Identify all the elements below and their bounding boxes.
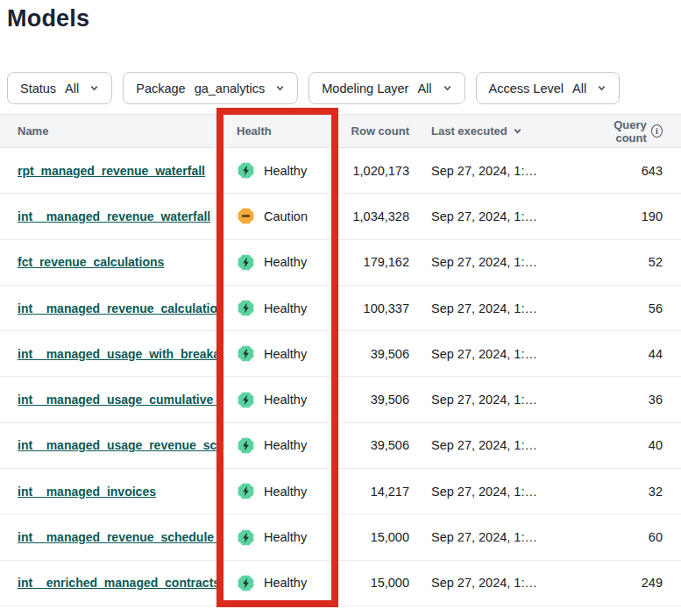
caution-minus-icon: [237, 207, 255, 225]
filter-modeling-layer[interactable]: Modeling Layer All: [309, 72, 465, 104]
query-count-label: Query count: [589, 118, 647, 145]
query-count-value: 60: [589, 530, 681, 544]
row-count-value: 15,000: [337, 530, 409, 544]
last-executed-value: Sep 27, 2024, 1:…: [409, 164, 589, 178]
healthy-bolt-icon: [237, 253, 255, 272]
column-header-name: Name: [0, 124, 219, 138]
last-executed-value: Sep 27, 2024, 1:…: [409, 576, 589, 590]
healthy-bolt-icon: [237, 299, 255, 317]
table-body: rpt_managed_revenue_waterfall Healthy 1,…: [0, 148, 681, 606]
healthy-bolt-icon: [237, 574, 255, 592]
model-name-link[interactable]: int__managed_invoices: [18, 485, 156, 499]
column-header-last-executed[interactable]: Last executed: [431, 124, 522, 138]
filter-bar: Status All Package ga_analytics Modeling…: [7, 72, 620, 104]
table-row: int__enriched_managed_contracts Healthy …: [0, 561, 681, 606]
health-cell: Healthy: [219, 344, 337, 363]
query-count-value: 36: [589, 393, 681, 407]
filter-status[interactable]: Status All: [7, 72, 112, 104]
health-status-label: Healthy: [264, 164, 307, 178]
info-icon[interactable]: i: [651, 124, 663, 138]
column-header-query-count: Query count i: [589, 118, 663, 145]
health-status-label: Healthy: [264, 255, 307, 269]
column-header-row-count: Row count: [337, 124, 409, 138]
health-cell: Healthy: [219, 299, 337, 317]
filter-label: Access Level: [489, 81, 564, 96]
health-cell: Healthy: [219, 482, 337, 500]
table-row: rpt_managed_revenue_waterfall Healthy 1,…: [0, 148, 681, 194]
last-executed-value: Sep 27, 2024, 1:…: [409, 301, 589, 315]
row-count-value: 39,506: [337, 393, 409, 407]
filter-value: All: [417, 81, 431, 96]
column-header-health: Health: [219, 124, 337, 138]
healthy-bolt-icon: [237, 391, 255, 409]
chevron-down-icon: [597, 83, 607, 93]
healthy-bolt-icon: [237, 528, 255, 547]
table-row: int__managed_usage_with_breaka… Healthy …: [0, 331, 681, 377]
health-cell: Healthy: [219, 391, 337, 409]
last-executed-value: Sep 27, 2024, 1:…: [409, 485, 589, 499]
filter-label: Package: [136, 81, 185, 96]
model-name-link[interactable]: int__managed_revenue_waterfall: [18, 209, 210, 223]
health-status-label: Healthy: [264, 438, 307, 452]
table-row: int__managed_revenue_waterfall Caution 1…: [0, 194, 681, 239]
model-name-link[interactable]: int__managed_revenue_schedule_…: [18, 530, 219, 544]
table-header-row: Name Health Row count Last executed Quer…: [0, 114, 681, 148]
row-count-value: 14,217: [337, 485, 409, 499]
health-cell: Healthy: [219, 574, 337, 592]
model-name-link[interactable]: rpt_managed_revenue_waterfall: [18, 164, 205, 178]
last-executed-value: Sep 27, 2024, 1:…: [409, 347, 589, 361]
health-status-label: Healthy: [264, 576, 307, 590]
filter-value: All: [572, 81, 586, 96]
row-count-value: 39,506: [337, 347, 409, 361]
last-executed-label: Last executed: [431, 124, 507, 138]
row-count-value: 39,506: [337, 438, 409, 452]
health-status-label: Healthy: [264, 301, 307, 315]
health-cell: Healthy: [219, 161, 337, 180]
table-row: int__managed_revenue_schedule_… Healthy …: [0, 514, 681, 560]
filter-package[interactable]: Package ga_analytics: [123, 72, 298, 104]
page-title: Models: [7, 5, 89, 32]
filter-value: ga_analytics: [195, 81, 266, 96]
query-count-value: 56: [589, 301, 681, 315]
health-status-label: Healthy: [264, 530, 307, 544]
query-count-value: 44: [589, 347, 681, 361]
chevron-down-icon: [89, 83, 99, 93]
model-name-link[interactable]: int__enriched_managed_contracts: [18, 576, 219, 590]
table-row: int__managed_usage_cumulative_… Healthy …: [0, 377, 681, 422]
health-status-label: Caution: [264, 209, 308, 223]
models-table: Name Health Row count Last executed Quer…: [0, 114, 681, 606]
health-cell: Healthy: [219, 436, 337, 455]
last-executed-value: Sep 27, 2024, 1:…: [409, 393, 589, 407]
row-count-value: 1,020,173: [337, 164, 409, 178]
table-row: int__managed_invoices Healthy 14,217 Sep…: [0, 469, 681, 514]
last-executed-value: Sep 27, 2024, 1:…: [409, 209, 589, 223]
health-status-label: Healthy: [264, 393, 307, 407]
filter-label: Modeling Layer: [322, 81, 408, 96]
last-executed-value: Sep 27, 2024, 1:…: [409, 438, 589, 452]
models-page: Models Status All Package ga_analytics M…: [0, 0, 681, 616]
model-name-link[interactable]: fct_revenue_calculations: [18, 255, 164, 269]
filter-access-level[interactable]: Access Level All: [476, 72, 621, 104]
health-cell: Healthy: [219, 253, 337, 272]
healthy-bolt-icon: [237, 344, 255, 363]
healthy-bolt-icon: [237, 482, 255, 500]
model-name-link[interactable]: int__managed_usage_revenue_sc…: [18, 438, 219, 452]
table-row: int__managed_revenue_calculations Health…: [0, 286, 681, 331]
health-cell: Healthy: [219, 528, 337, 547]
row-count-value: 100,337: [337, 301, 409, 315]
query-count-value: 52: [589, 255, 681, 269]
last-executed-value: Sep 27, 2024, 1:…: [409, 530, 589, 544]
filter-value: All: [65, 81, 79, 96]
query-count-value: 32: [589, 485, 681, 499]
row-count-value: 179,162: [337, 255, 409, 269]
query-count-value: 643: [589, 164, 681, 178]
model-name-link[interactable]: int__managed_usage_cumulative_…: [18, 393, 219, 407]
query-count-value: 190: [589, 209, 681, 223]
row-count-value: 1,034,328: [337, 209, 409, 223]
row-count-value: 15,000: [337, 576, 409, 590]
model-name-link[interactable]: int__managed_usage_with_breaka…: [18, 347, 219, 361]
query-count-value: 40: [589, 438, 681, 452]
model-name-link[interactable]: int__managed_revenue_calculations: [18, 301, 219, 315]
last-executed-value: Sep 27, 2024, 1:…: [409, 255, 589, 269]
sort-chevron-down-icon: [513, 126, 522, 136]
